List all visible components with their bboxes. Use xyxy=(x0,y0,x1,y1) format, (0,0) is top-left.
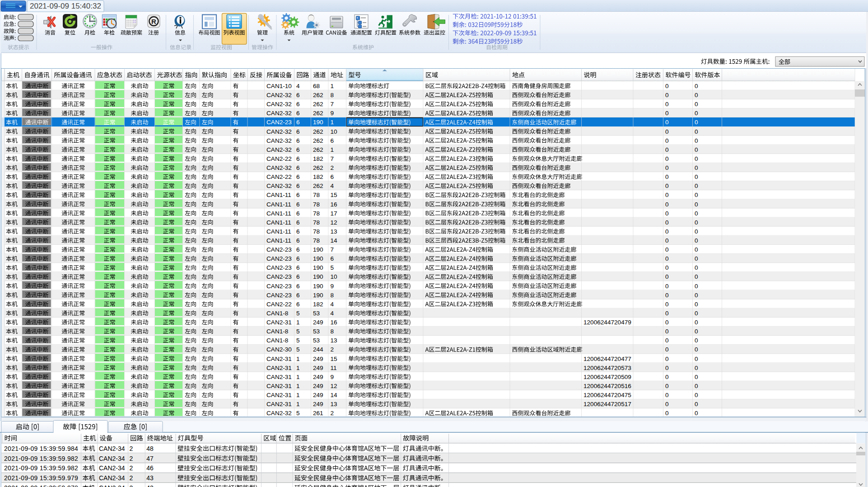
svg-text:CAN2-31: CAN2-31 xyxy=(266,365,292,371)
svg-text:5: 5 xyxy=(331,264,334,271)
svg-text:4: 4 xyxy=(331,310,334,317)
svg-text:1: 1 xyxy=(296,319,300,326)
svg-text:4: 4 xyxy=(331,301,334,308)
svg-text:0: 0 xyxy=(695,255,698,262)
svg-text:0: 0 xyxy=(695,310,698,317)
svg-text:244: 244 xyxy=(313,346,323,353)
svg-text:0: 0 xyxy=(695,128,698,135)
svg-text:0: 0 xyxy=(695,83,698,89)
svg-text:2021-09-09 15:40:32: 2021-09-09 15:40:32 xyxy=(30,2,101,10)
svg-text:6: 6 xyxy=(296,210,300,217)
svg-text:0: 0 xyxy=(695,192,698,198)
svg-text:182: 182 xyxy=(313,155,323,162)
svg-text:0: 0 xyxy=(695,264,698,271)
svg-text:190: 190 xyxy=(313,255,323,262)
svg-text:0: 0 xyxy=(695,401,698,407)
svg-text:2021-09-09 15:39:59.984: 2021-09-09 15:39:59.984 xyxy=(4,445,78,452)
svg-text:2021-09-09 15:39:59.982: 2021-09-09 15:39:59.982 xyxy=(4,464,78,472)
svg-text:0: 0 xyxy=(665,301,669,308)
svg-text:0: 0 xyxy=(695,392,698,398)
svg-text:11: 11 xyxy=(331,365,337,371)
svg-text:0: 0 xyxy=(695,210,698,217)
svg-text:2: 2 xyxy=(130,484,133,487)
svg-text:0: 0 xyxy=(695,337,698,344)
svg-text:78: 78 xyxy=(313,201,320,208)
svg-text:CAN2-23: CAN2-23 xyxy=(266,264,292,271)
svg-text:15: 15 xyxy=(331,192,337,198)
svg-text:R: R xyxy=(151,18,156,25)
svg-text:2: 2 xyxy=(130,464,133,472)
svg-text:2021-09-09 15:39:59.979: 2021-09-09 15:39:59.979 xyxy=(4,474,78,482)
svg-text:0: 0 xyxy=(665,337,669,344)
svg-text:CAN2-31: CAN2-31 xyxy=(266,319,292,326)
svg-text:2: 2 xyxy=(331,410,334,417)
svg-text:42: 42 xyxy=(146,484,154,487)
svg-text:12006244720509: 12006244720509 xyxy=(583,374,631,380)
svg-text:12: 12 xyxy=(331,383,337,389)
svg-text:1: 1 xyxy=(331,119,334,126)
svg-text:249: 249 xyxy=(313,383,323,389)
svg-text:262: 262 xyxy=(313,137,323,144)
svg-text:2: 2 xyxy=(331,164,334,171)
svg-text:CAN2-23: CAN2-23 xyxy=(266,119,292,126)
svg-text:1: 1 xyxy=(296,401,300,407)
svg-text:5: 5 xyxy=(296,346,300,353)
svg-text:7: 7 xyxy=(331,246,334,253)
svg-text:13: 13 xyxy=(331,337,337,344)
svg-text:CAN2-31: CAN2-31 xyxy=(266,383,292,389)
svg-text:0: 0 xyxy=(695,183,698,189)
svg-text:0: 0 xyxy=(695,292,698,299)
svg-text:0: 0 xyxy=(665,92,669,98)
svg-text:1: 1 xyxy=(296,374,300,380)
svg-text:182: 182 xyxy=(313,301,323,308)
svg-text:6: 6 xyxy=(296,173,300,180)
svg-text:0: 0 xyxy=(695,237,698,244)
svg-text:6: 6 xyxy=(296,246,300,253)
svg-text:9: 9 xyxy=(331,110,334,117)
svg-text:0: 0 xyxy=(695,219,698,226)
svg-text:CAN2-32: CAN2-32 xyxy=(266,164,292,171)
svg-text:CAN1-11: CAN1-11 xyxy=(266,237,291,244)
svg-text:48: 48 xyxy=(146,445,154,452)
svg-text:0: 0 xyxy=(695,173,698,180)
svg-text:CAN2-23: CAN2-23 xyxy=(266,292,292,299)
svg-text:1: 1 xyxy=(296,392,300,398)
svg-text:0: 0 xyxy=(665,164,669,171)
svg-text:78: 78 xyxy=(313,237,320,244)
svg-text:6: 6 xyxy=(296,273,300,280)
svg-text:0: 0 xyxy=(695,273,698,280)
svg-text:6: 6 xyxy=(296,155,300,162)
svg-text:0: 0 xyxy=(695,164,698,171)
svg-text:53: 53 xyxy=(313,328,320,335)
svg-text:262: 262 xyxy=(313,92,323,98)
svg-text:0: 0 xyxy=(665,383,669,389)
svg-text:0: 0 xyxy=(695,374,698,380)
svg-text:CAN2-34: CAN2-34 xyxy=(99,474,125,482)
svg-text:6: 6 xyxy=(296,201,300,208)
svg-text:78: 78 xyxy=(313,228,320,235)
svg-text:0: 0 xyxy=(695,283,698,290)
svg-text:0: 0 xyxy=(665,101,669,108)
svg-text:CAN1-8: CAN1-8 xyxy=(266,337,288,344)
svg-text:6: 6 xyxy=(296,292,300,299)
svg-text:6: 6 xyxy=(331,137,334,144)
svg-text:CAN2-22: CAN2-22 xyxy=(266,173,292,180)
svg-text:CAN1-8: CAN1-8 xyxy=(266,310,288,317)
svg-text:262: 262 xyxy=(313,101,323,108)
svg-text:0: 0 xyxy=(665,210,669,217)
svg-text:0: 0 xyxy=(665,328,669,335)
svg-text:CAN2-23: CAN2-23 xyxy=(266,255,292,262)
svg-text:0: 0 xyxy=(695,365,698,371)
svg-text:CAN1-11: CAN1-11 xyxy=(266,192,291,198)
svg-text:249: 249 xyxy=(313,374,323,380)
svg-text:0: 0 xyxy=(665,137,669,144)
svg-text:0: 0 xyxy=(665,319,669,326)
svg-text:2021-09-09 15:39:59.978: 2021-09-09 15:39:59.978 xyxy=(4,484,78,487)
svg-text:12006244720479: 12006244720479 xyxy=(583,319,631,326)
svg-text:7: 7 xyxy=(331,155,334,162)
svg-text:0: 0 xyxy=(665,237,669,244)
svg-text:1: 1 xyxy=(331,83,334,89)
svg-text:0: 0 xyxy=(665,155,669,162)
svg-text:6: 6 xyxy=(296,137,300,144)
svg-text:261: 261 xyxy=(313,410,323,417)
